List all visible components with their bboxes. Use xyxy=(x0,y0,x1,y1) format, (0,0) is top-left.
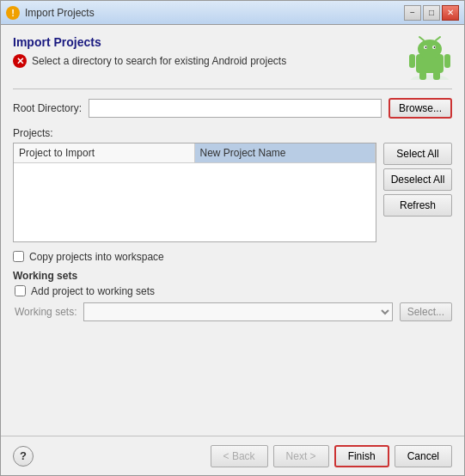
cancel-button[interactable]: Cancel xyxy=(395,445,452,467)
dialog-subtitle: ✕ Select a directory to search for exist… xyxy=(13,54,399,68)
dialog-subtitle-text: Select a directory to search for existin… xyxy=(32,55,286,67)
dialog-content: Import Projects ✕ Select a directory to … xyxy=(1,25,464,436)
window-icon: ! xyxy=(6,6,20,20)
working-sets-section: Working sets Add project to working sets… xyxy=(13,270,452,321)
table-header: Project to Import New Project Name xyxy=(14,143,376,163)
working-sets-dropdown[interactable] xyxy=(83,302,392,321)
help-button[interactable]: ? xyxy=(13,446,34,467)
working-sets-input-row: Working sets: Select... xyxy=(13,302,452,321)
copy-checkbox[interactable] xyxy=(13,251,24,262)
add-working-sets-label[interactable]: Add project to working sets xyxy=(31,285,155,297)
svg-rect-9 xyxy=(409,54,415,68)
svg-line-7 xyxy=(419,37,424,40)
next-button[interactable]: Next > xyxy=(273,445,329,467)
root-directory-input[interactable] xyxy=(89,99,382,118)
working-sets-select-button[interactable]: Select... xyxy=(400,302,452,321)
error-icon: ✕ xyxy=(13,54,27,68)
projects-label: Projects: xyxy=(13,127,452,139)
header-divider xyxy=(13,88,452,89)
svg-point-5 xyxy=(425,46,427,48)
maximize-button[interactable]: □ xyxy=(423,5,440,21)
root-directory-row: Root Directory: Browse... xyxy=(13,98,452,119)
table-body[interactable] xyxy=(14,163,376,241)
working-sets-field-label: Working sets: xyxy=(15,306,76,318)
svg-rect-11 xyxy=(419,71,426,80)
svg-point-0 xyxy=(411,75,449,80)
select-all-button[interactable]: Select All xyxy=(383,143,452,165)
bottom-bar: ? < Back Next > Finish Cancel xyxy=(1,436,464,475)
dialog-title-area: Import Projects ✕ Select a directory to … xyxy=(13,35,399,68)
title-bar-buttons: − □ ✕ xyxy=(404,5,459,21)
column-new-project-name: New Project Name xyxy=(195,143,376,162)
projects-area: Project to Import New Project Name Selec… xyxy=(13,143,452,242)
refresh-button[interactable]: Refresh xyxy=(383,194,452,217)
deselect-all-button[interactable]: Deselect All xyxy=(383,168,452,191)
table-action-buttons: Select All Deselect All Refresh xyxy=(383,143,452,242)
root-directory-label: Root Directory: xyxy=(13,102,82,114)
import-projects-window: ! Import Projects − □ ✕ Import Projects … xyxy=(0,0,465,476)
minimize-button[interactable]: − xyxy=(404,5,421,21)
svg-point-2 xyxy=(418,40,442,58)
android-logo xyxy=(407,35,452,80)
finish-button[interactable]: Finish xyxy=(334,445,389,467)
svg-point-6 xyxy=(434,46,436,48)
svg-rect-12 xyxy=(433,71,440,80)
content-spacer xyxy=(13,328,452,428)
dialog-title: Import Projects xyxy=(13,35,399,49)
add-to-working-sets-row: Add project to working sets xyxy=(13,285,452,297)
close-button[interactable]: ✕ xyxy=(442,5,459,21)
title-bar-text: Import Projects xyxy=(25,7,404,19)
svg-line-8 xyxy=(436,37,440,40)
dialog-header: Import Projects ✕ Select a directory to … xyxy=(13,35,452,80)
back-button[interactable]: < Back xyxy=(211,445,268,467)
copy-checkbox-row: Copy projects into workspace xyxy=(13,251,452,263)
copy-checkbox-label[interactable]: Copy projects into workspace xyxy=(29,251,164,263)
column-project-to-import: Project to Import xyxy=(14,143,195,162)
title-bar: ! Import Projects − □ ✕ xyxy=(1,1,464,25)
add-working-sets-checkbox[interactable] xyxy=(15,285,26,296)
browse-button[interactable]: Browse... xyxy=(389,98,452,119)
svg-rect-10 xyxy=(444,54,450,68)
projects-table: Project to Import New Project Name xyxy=(13,143,376,242)
working-sets-section-label: Working sets xyxy=(13,270,452,282)
